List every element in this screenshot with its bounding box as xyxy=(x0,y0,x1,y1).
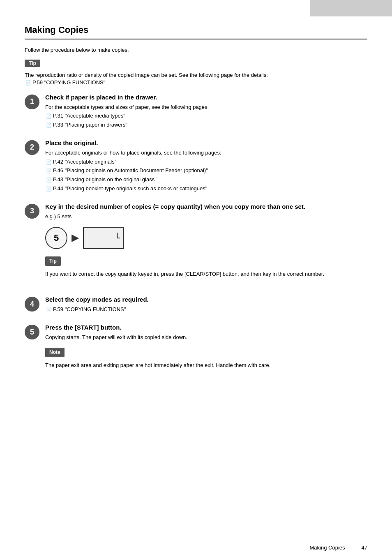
step-3-title: Key in the desired number of copies (= c… xyxy=(45,203,367,210)
display-screen: └ xyxy=(83,227,124,249)
step-2-ref-3: 📄P.44 "Placing booklet-type originals su… xyxy=(46,185,367,193)
tip-section-1: Tip The reproduction ratio or density of… xyxy=(25,60,367,85)
display-cursor: └ xyxy=(115,231,120,245)
step-2-ref-1: 📄P.46 "Placing originals on Automatic Do… xyxy=(46,166,367,175)
step-number-1: 1 xyxy=(25,95,39,109)
footer-right: 47 xyxy=(362,545,367,551)
step-3-body: e.g.) 5 sets 5 ▶ └ Tip If you want to co… xyxy=(45,212,367,278)
ref-icon-tip1: 📄 xyxy=(25,80,31,85)
eg-text: e.g.) 5 sets xyxy=(45,212,367,221)
tip-section-2: Tip If you want to correct the copy quan… xyxy=(45,256,367,278)
tip-label-2: Tip xyxy=(45,256,61,266)
step-1: 1 Check if paper is placed in the drawer… xyxy=(25,94,367,129)
step-2-content: Place the original. For acceptable origi… xyxy=(45,139,367,193)
step-2-ref-2: 📄P.43 "Placing originals on the original… xyxy=(46,175,367,184)
footer-text: Making Copies 47 xyxy=(310,545,367,551)
step-number-2: 2 xyxy=(25,140,39,155)
arrow-icon: ▶ xyxy=(71,230,79,245)
step-3-content: Key in the desired number of copies (= c… xyxy=(45,203,367,286)
step-5-content: Press the [START] button. Copying starts… xyxy=(45,324,367,377)
step-4: 4 Select the copy modes as required. 📄P.… xyxy=(25,296,367,314)
tip-label-1: Tip xyxy=(25,60,40,67)
step-2-body: For acceptable originals or how to place… xyxy=(45,149,367,193)
title-rule xyxy=(25,39,367,39)
step-1-ref-1: 📄P.33 "Placing paper in drawers" xyxy=(46,121,367,129)
step-4-ref-0: 📄P.59 "COPYING FUNCTIONS" xyxy=(46,305,367,314)
step-2-ref-0: 📄P.42 "Acceptable originals" xyxy=(46,158,367,166)
tip1-ref: 📄P.59 "COPYING FUNCTIONS" xyxy=(25,79,367,85)
step-4-content: Select the copy modes as required. 📄P.59… xyxy=(45,296,367,314)
keypad-5: 5 xyxy=(45,227,67,249)
tip2-text: If you want to correct the copy quantity… xyxy=(45,270,367,278)
note-section: Note The paper exit area and exiting pap… xyxy=(45,348,367,369)
page-title: Making Copies xyxy=(25,25,367,35)
step-1-body: For the acceptable types and sizes of pa… xyxy=(45,103,367,129)
step-5: 5 Press the [START] button. Copying star… xyxy=(25,324,367,377)
note-text: The paper exit area and exiting paper ar… xyxy=(45,361,367,369)
note-label: Note xyxy=(45,348,65,357)
copy-diagram: 5 ▶ └ xyxy=(45,227,367,249)
step-2: 2 Place the original. For acceptable ori… xyxy=(25,139,367,193)
step-4-title: Select the copy modes as required. xyxy=(45,296,367,303)
step-1-ref-0: 📄P.31 "Acceptable media types" xyxy=(46,112,367,120)
step-3: 3 Key in the desired number of copies (=… xyxy=(25,203,367,286)
step-4-body: 📄P.59 "COPYING FUNCTIONS" xyxy=(45,305,367,314)
tip1-text: The reproduction ratio or density of the… xyxy=(25,71,367,79)
step-5-title: Press the [START] button. xyxy=(45,324,367,331)
footer-left: Making Copies xyxy=(310,545,345,551)
step-5-body: Copying starts. The paper will exit with… xyxy=(45,333,367,369)
step-number-5: 5 xyxy=(25,325,39,339)
step-number-4: 4 xyxy=(25,297,39,312)
step-number-3: 3 xyxy=(25,204,39,219)
step-1-content: Check if paper is placed in the drawer. … xyxy=(45,94,367,129)
footer-bar: Making Copies 47 xyxy=(0,541,392,554)
intro-text: Follow the procedure below to make copie… xyxy=(25,47,367,53)
header-bar xyxy=(310,0,392,16)
step-2-title: Place the original. xyxy=(45,139,367,146)
step-1-title: Check if paper is placed in the drawer. xyxy=(45,94,367,101)
